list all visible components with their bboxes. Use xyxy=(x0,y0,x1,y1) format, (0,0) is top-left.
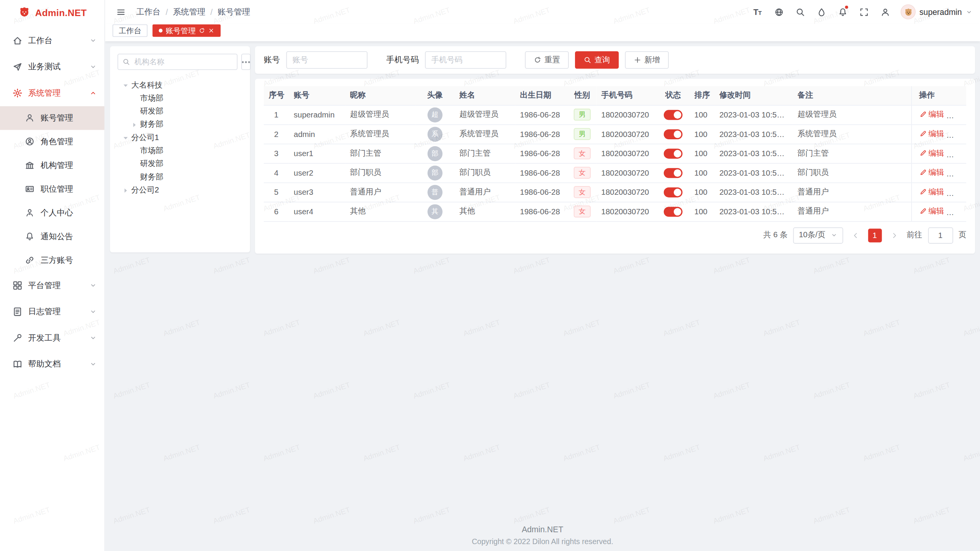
goto-page-input[interactable] xyxy=(928,227,953,243)
breadcrumb-item[interactable]: 账号管理 xyxy=(218,6,250,17)
sidebar-item-roles[interactable]: 角色管理 xyxy=(0,130,105,154)
hamburger-menu-icon[interactable] xyxy=(113,4,129,20)
breadcrumb-item[interactable]: 系统管理 xyxy=(173,6,206,17)
cell-birth: 1986-06-28 xyxy=(515,183,568,202)
globe-icon[interactable] xyxy=(771,4,787,20)
tree-node[interactable]: 财务部 xyxy=(118,171,243,184)
tree-node[interactable]: 财务部 xyxy=(118,118,243,131)
cell-modified: 2023-01-03 10:59:44 xyxy=(714,124,792,144)
status-toggle[interactable] xyxy=(664,129,683,139)
user-menu[interactable]: superadmin xyxy=(901,4,973,19)
tree-more-button[interactable] xyxy=(241,54,250,70)
table-row: 4 user2 部门职员 部 部门职员 1986-06-28 女 1802003… xyxy=(264,163,966,183)
status-toggle[interactable] xyxy=(664,110,683,120)
close-icon[interactable] xyxy=(208,28,214,34)
edit-button[interactable]: 编辑 xyxy=(919,187,944,197)
edit-button[interactable]: 编辑 xyxy=(919,129,944,139)
next-page-button[interactable] xyxy=(887,228,901,242)
tree-node[interactable]: 市场部 xyxy=(118,92,243,105)
caret-icon[interactable] xyxy=(121,186,130,195)
font-size-icon[interactable]: TT xyxy=(750,4,766,20)
phone-filter-input[interactable] xyxy=(425,51,506,69)
tab-account-management[interactable]: 账号管理 xyxy=(152,24,220,37)
sidebar-item-help-docs[interactable]: 帮助文档 xyxy=(0,351,105,378)
edit-button[interactable]: 编辑 xyxy=(919,206,944,217)
status-toggle[interactable] xyxy=(664,207,683,217)
sidebar-item-profile[interactable]: 个人中心 xyxy=(0,201,105,225)
org-search-input[interactable] xyxy=(133,57,233,67)
person-icon xyxy=(25,208,35,218)
status-toggle[interactable] xyxy=(664,148,683,158)
sidebar-item-label: 日志管理 xyxy=(28,306,83,317)
caret-icon[interactable] xyxy=(121,81,130,90)
more-actions-button[interactable] xyxy=(954,193,962,195)
status-toggle[interactable] xyxy=(664,168,683,178)
caret-icon[interactable] xyxy=(121,134,130,142)
edit-label: 编辑 xyxy=(928,187,944,197)
cell-index: 1 xyxy=(264,105,289,124)
more-actions-button[interactable] xyxy=(954,154,962,156)
sidebar-item-workbench[interactable]: 工作台 xyxy=(0,28,105,54)
status-toggle[interactable] xyxy=(664,187,683,197)
pencil-icon xyxy=(919,207,927,215)
pencil-icon xyxy=(919,130,927,138)
grid-icon xyxy=(13,280,23,290)
sidebar-item-platform[interactable]: 平台管理 xyxy=(0,272,105,299)
more-actions-button[interactable] xyxy=(954,173,962,175)
cell-index: 5 xyxy=(264,183,289,202)
edit-button[interactable]: 编辑 xyxy=(919,167,944,178)
notification-bell-icon[interactable] xyxy=(835,4,851,20)
cell-sort: 100 xyxy=(689,202,714,221)
more-actions-button[interactable] xyxy=(954,135,962,137)
sidebar-item-notices[interactable]: 通知公告 xyxy=(0,225,105,249)
tab-workbench[interactable]: 工作台 xyxy=(113,24,147,37)
edit-button[interactable]: 编辑 xyxy=(919,148,944,159)
theme-icon[interactable] xyxy=(813,4,829,20)
sidebar-item-third-party[interactable]: 三方账号 xyxy=(0,249,105,272)
page-number-active[interactable]: 1 xyxy=(868,228,882,242)
row-avatar: 系 xyxy=(428,127,443,142)
sidebar-item-system[interactable]: 系统管理 xyxy=(0,80,105,106)
cell-modified: 2023-01-03 10:59:44 xyxy=(714,202,792,221)
refresh-icon[interactable] xyxy=(199,28,205,34)
sidebar-item-accounts[interactable]: 账号管理 xyxy=(0,106,105,130)
account-filter-input[interactable] xyxy=(286,51,368,69)
sidebar-item-logs[interactable]: 日志管理 xyxy=(0,298,105,325)
edit-button[interactable]: 编辑 xyxy=(919,109,944,120)
tree-node[interactable]: 研发部 xyxy=(118,105,243,118)
tree-node[interactable]: 大名科技 xyxy=(118,79,243,92)
cell-name: 部门职员 xyxy=(454,163,515,183)
tree-node[interactable]: 分公司1 xyxy=(118,131,243,144)
fullscreen-icon[interactable] xyxy=(856,4,872,20)
footer-copyright: Copyright © 2022 Dilon All rights reserv… xyxy=(105,537,980,546)
add-button[interactable]: 新增 xyxy=(625,51,669,69)
more-actions-button[interactable] xyxy=(954,115,962,117)
tool-icon xyxy=(13,333,23,343)
tree-node[interactable]: 研发部 xyxy=(118,157,243,170)
column-header: 手机号码 xyxy=(596,86,657,105)
sidebar-item-business-test[interactable]: 业务测试 xyxy=(0,54,105,80)
cell-nickname: 部门职员 xyxy=(345,163,415,183)
cell-index: 3 xyxy=(264,144,289,163)
sidebar-item-positions[interactable]: 职位管理 xyxy=(0,178,105,201)
caret-icon[interactable] xyxy=(130,120,139,129)
more-actions-button[interactable] xyxy=(954,212,962,214)
search-button[interactable]: 查询 xyxy=(575,51,619,69)
tree-node[interactable]: 市场部 xyxy=(118,144,243,157)
cell-phone: 18020030720 xyxy=(596,144,657,163)
reset-button[interactable]: 重置 xyxy=(525,51,568,69)
sidebar-item-dev-tools[interactable]: 开发工具 xyxy=(0,325,105,351)
bell-icon xyxy=(25,232,35,242)
profile-icon[interactable] xyxy=(877,4,893,20)
row-avatar: 普 xyxy=(428,184,443,199)
logo[interactable]: Admin.NET xyxy=(0,0,105,25)
cell-name: 部门主管 xyxy=(454,144,515,163)
prev-page-button[interactable] xyxy=(848,228,862,242)
cell-name: 其他 xyxy=(454,202,515,221)
page-size-select[interactable]: 10条/页 xyxy=(793,227,843,243)
tree-node[interactable]: 分公司2 xyxy=(118,184,243,197)
sidebar-item-orgs[interactable]: 机构管理 xyxy=(0,154,105,178)
breadcrumb-item[interactable]: 工作台 xyxy=(136,6,161,17)
cell-sort: 100 xyxy=(689,105,714,124)
search-icon[interactable] xyxy=(792,4,808,20)
